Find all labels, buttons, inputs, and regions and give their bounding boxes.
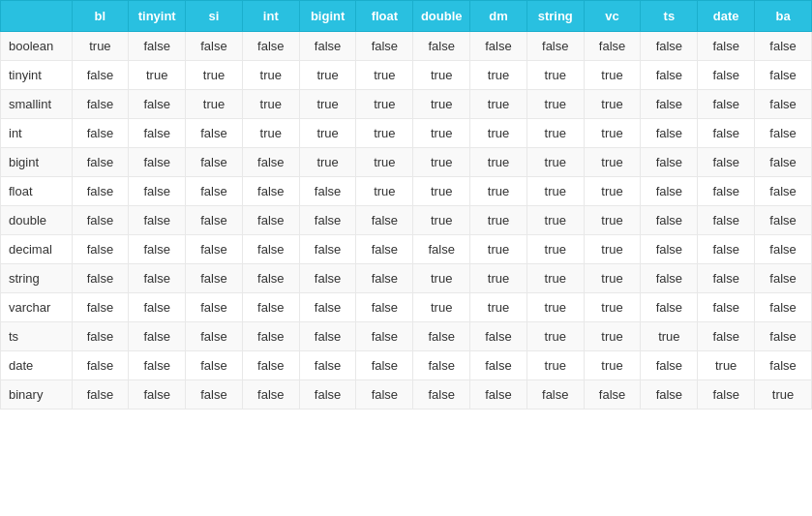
row-label: float <box>1 177 73 206</box>
cell-binary-int: false <box>242 380 299 410</box>
cell-string-dm: true <box>470 264 527 293</box>
row-label: date <box>1 351 73 380</box>
cell-binary-tinyint: false <box>129 380 186 410</box>
table-row: stringfalsefalsefalsefalsefalsefalsetrue… <box>1 264 812 293</box>
cell-float-date: false <box>698 177 755 206</box>
cell-date-bl: false <box>72 351 129 380</box>
cell-string-si: false <box>186 264 243 293</box>
cell-tinyint-double: true <box>413 61 470 90</box>
table-row: bigintfalsefalsefalsefalsetruetruetruetr… <box>1 148 812 177</box>
cell-ts-bigint: false <box>299 322 356 351</box>
cell-date-int: false <box>242 351 299 380</box>
cell-bigint-dm: true <box>470 148 527 177</box>
cell-date-float: false <box>356 351 413 380</box>
cell-varchar-date: false <box>698 293 755 322</box>
cell-double-double: true <box>413 206 470 235</box>
cell-string-int: false <box>242 264 299 293</box>
cell-boolean-bigint: false <box>299 32 356 61</box>
cell-int-ts: false <box>641 119 698 148</box>
header-col-si: si <box>186 1 243 32</box>
cell-string-double: true <box>413 264 470 293</box>
cell-boolean-si: false <box>186 32 243 61</box>
cell-smallint-int: true <box>242 90 299 119</box>
header-row-label <box>1 1 73 32</box>
cell-varchar-double: true <box>413 293 470 322</box>
header-col-date: date <box>698 1 755 32</box>
cell-date-si: false <box>186 351 243 380</box>
cell-smallint-bl: false <box>72 90 129 119</box>
cell-boolean-float: false <box>356 32 413 61</box>
cell-bigint-ts: false <box>641 148 698 177</box>
table-header: bltinyintsiintbigintfloatdoubledmstringv… <box>1 1 812 32</box>
cell-binary-bl: false <box>72 380 129 410</box>
cell-smallint-vc: true <box>584 90 641 119</box>
cell-smallint-ts: false <box>641 90 698 119</box>
cell-float-ba: false <box>755 177 812 206</box>
cell-int-double: true <box>413 119 470 148</box>
cell-ts-float: false <box>356 322 413 351</box>
cell-ts-ba: false <box>755 322 812 351</box>
cell-decimal-float: false <box>356 235 413 264</box>
cell-tinyint-string: true <box>526 61 584 90</box>
cell-ts-dm: false <box>470 322 527 351</box>
cell-binary-double: false <box>413 380 470 410</box>
table-row: varcharfalsefalsefalsefalsefalsefalsetru… <box>1 293 812 322</box>
cell-tinyint-ba: false <box>755 61 812 90</box>
table-row: decimalfalsefalsefalsefalsefalsefalsefal… <box>1 235 812 264</box>
cell-double-dm: true <box>470 206 527 235</box>
cell-double-tinyint: false <box>129 206 186 235</box>
cell-string-vc: true <box>584 264 641 293</box>
cell-binary-float: false <box>356 380 413 410</box>
row-label: varchar <box>1 293 73 322</box>
row-label: boolean <box>1 32 73 61</box>
cell-double-bigint: false <box>299 206 356 235</box>
cell-tinyint-float: true <box>356 61 413 90</box>
table-row: doublefalsefalsefalsefalsefalsefalsetrue… <box>1 206 812 235</box>
cell-varchar-ba: false <box>755 293 812 322</box>
table-body: booleantruefalsefalsefalsefalsefalsefals… <box>1 32 812 410</box>
cell-varchar-si: false <box>186 293 243 322</box>
cell-varchar-vc: true <box>584 293 641 322</box>
cell-smallint-ba: false <box>755 90 812 119</box>
row-label: string <box>1 264 73 293</box>
row-label: bigint <box>1 148 73 177</box>
cell-varchar-bl: false <box>72 293 129 322</box>
cell-string-ba: false <box>755 264 812 293</box>
cell-smallint-dm: true <box>470 90 527 119</box>
cell-decimal-ba: false <box>755 235 812 264</box>
cell-double-vc: true <box>584 206 641 235</box>
table-row: datefalsefalsefalsefalsefalsefalsefalsef… <box>1 351 812 380</box>
header-col-float: float <box>356 1 413 32</box>
cell-decimal-date: false <box>698 235 755 264</box>
table-row: floatfalsefalsefalsefalsefalsetruetruetr… <box>1 177 812 206</box>
cell-float-ts: false <box>641 177 698 206</box>
cell-float-tinyint: false <box>129 177 186 206</box>
cell-boolean-string: false <box>526 32 584 61</box>
cell-float-si: false <box>186 177 243 206</box>
cell-bigint-date: false <box>698 148 755 177</box>
cell-double-int: false <box>242 206 299 235</box>
cell-date-ts: false <box>641 351 698 380</box>
cell-tinyint-bl: false <box>72 61 129 90</box>
cell-date-date: true <box>698 351 755 380</box>
header-col-string: string <box>526 1 584 32</box>
cell-double-bl: false <box>72 206 129 235</box>
cell-binary-vc: false <box>584 380 641 410</box>
cell-decimal-dm: true <box>470 235 527 264</box>
table-row: tsfalsefalsefalsefalsefalsefalsefalsefal… <box>1 322 812 351</box>
cell-binary-dm: false <box>470 380 527 410</box>
cell-smallint-date: false <box>698 90 755 119</box>
cell-decimal-si: false <box>186 235 243 264</box>
cell-ts-tinyint: false <box>129 322 186 351</box>
cell-double-ts: false <box>641 206 698 235</box>
table-row: binaryfalsefalsefalsefalsefalsefalsefals… <box>1 380 812 410</box>
header-col-ba: ba <box>755 1 812 32</box>
cell-boolean-date: false <box>698 32 755 61</box>
cell-string-tinyint: false <box>129 264 186 293</box>
cell-ts-string: true <box>526 322 584 351</box>
cell-ts-si: false <box>186 322 243 351</box>
cell-tinyint-dm: true <box>470 61 527 90</box>
cell-decimal-bigint: false <box>299 235 356 264</box>
cell-tinyint-int: true <box>242 61 299 90</box>
cell-binary-bigint: false <box>299 380 356 410</box>
